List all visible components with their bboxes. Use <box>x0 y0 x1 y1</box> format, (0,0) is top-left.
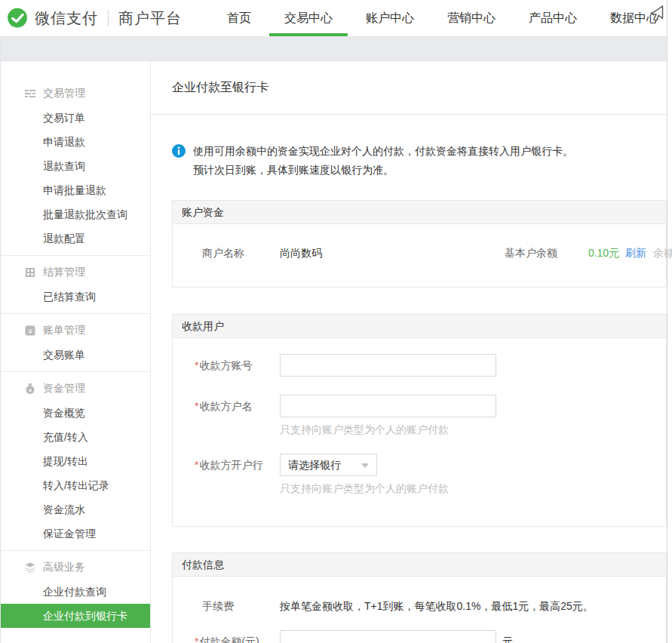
payee-name-label: *收款方户名 <box>173 395 280 435</box>
sidebar-item-transfer-records[interactable]: 转入/转出记录 <box>0 473 150 497</box>
payee-name-row: *收款方户名 只支持向账户类型为个人的账户付款 <box>173 395 666 435</box>
sidebar-group-title-advanced-business: 高级业务 <box>0 555 150 580</box>
payee-account-row: *收款方账号 <box>173 354 666 377</box>
sidebar-item-apply-refund[interactable]: 申请退款 <box>0 130 150 154</box>
sidebar-item-transaction-bill[interactable]: 交易账单 <box>0 343 150 367</box>
payee-name-field-wrap: 只支持向账户类型为个人的账户付款 <box>280 395 496 435</box>
required-mark: * <box>195 459 198 471</box>
payment-info-body: 手续费 按单笔金额收取，T+1到账，每笔收取0.1%，最低1元，最高25元。 *… <box>173 577 666 643</box>
info-icon <box>172 144 186 158</box>
required-mark: * <box>195 635 198 643</box>
payee-account-field-wrap <box>280 354 496 377</box>
payee-bank-field-wrap: 请选择银行 只支持向账户类型为个人的账户付款 <box>280 454 449 494</box>
wechat-pay-logo-icon <box>6 7 29 29</box>
required-mark: * <box>195 400 198 412</box>
sidebar-group-bill-mgmt: ¥ 账单管理 交易账单 <box>0 313 150 371</box>
sidebar-item-refund-query[interactable]: 退款查询 <box>0 154 150 178</box>
nav-tab-product-center[interactable]: 产品中心 <box>529 0 577 36</box>
field-label-text: 付款金额(元) <box>199 635 259 643</box>
sidebar-item-funds-flow[interactable]: 资金流水 <box>0 497 150 521</box>
sidebar-group-label: 账单管理 <box>43 324 85 337</box>
merchant-name-value: 尚尚数码 <box>280 247 322 260</box>
chevron-down-icon <box>361 463 369 468</box>
amount-unit-suffix: 元 <box>502 630 513 643</box>
sidebar-item-apply-batch-refund[interactable]: 申请批量退款 <box>0 178 150 202</box>
account-funds-header: 账户资金 <box>173 201 666 224</box>
bank-select[interactable]: 请选择银行 <box>280 454 377 476</box>
merchant-name-label: 商户名称 <box>202 247 244 260</box>
basic-balance-label: 基本户余额 <box>505 247 557 259</box>
sidebar-item-enterprise-payment-to-bank-card[interactable]: 企业付款到银行卡 <box>0 604 150 628</box>
svg-text:¥: ¥ <box>27 328 32 335</box>
payee-account-label: *收款方账号 <box>173 354 280 377</box>
advanced-business-icon <box>24 561 36 574</box>
payee-name-hint: 只支持向账户类型为个人的账户付款 <box>280 423 496 435</box>
sidebar-item-funds-overview[interactable]: 资金概览 <box>0 401 150 425</box>
payee-section: 收款用户 *收款方账号 *收款方户名 只支持向账户类型为个人的账户付款 <box>172 314 667 527</box>
brand: 微信支付 商户平台 <box>6 7 182 29</box>
page-left-border <box>0 36 1 643</box>
balance-insufficient-tip: 余额不足 <box>653 247 672 259</box>
sidebar-item-deposit-transfer-in[interactable]: 充值/转入 <box>0 425 150 449</box>
field-label-text: 收款方开户行 <box>199 459 262 471</box>
account-funds-body: 商户名称 尚尚数码 基本户余额 0.10元 刷新 余额不足 <box>173 224 666 287</box>
notice-line-2: 预计次日到账，具体到账速度以银行为准。 <box>193 161 573 180</box>
main-content: 企业付款至银行卡 使用可用余额中的资金实现企业对个人的付款，付款资金将直接转入用… <box>151 61 667 643</box>
sidebar-item-enterprise-payment-query[interactable]: 企业付款查询 <box>0 580 150 604</box>
info-notice: 使用可用余额中的资金实现企业对个人的付款，付款资金将直接转入用户银行卡。 预计次… <box>172 142 667 180</box>
sidebar: 交易管理 交易订单 申请退款 退款查询 申请批量退款 批量退款批次查询 退款配置… <box>0 61 151 643</box>
nav-tab-transaction-center[interactable]: 交易中心 <box>284 0 333 36</box>
sidebar-group-label: 高级业务 <box>43 561 85 574</box>
basic-balance-group: 基本户余额 0.10元 刷新 余额不足 <box>505 247 672 260</box>
notice-text: 使用可用余额中的资金实现企业对个人的付款，付款资金将直接转入用户银行卡。 预计次… <box>193 142 573 180</box>
sidebar-group-advanced-business: 高级业务 企业付款查询 企业付款到银行卡 <box>0 550 150 632</box>
transaction-icon <box>24 88 36 100</box>
funds-icon: ¥ <box>24 383 36 395</box>
brand-divider <box>108 10 109 26</box>
basic-balance-value: 0.10元 <box>588 247 619 259</box>
payee-bank-label: *收款方开户行 <box>173 454 280 494</box>
payee-name-input[interactable] <box>280 395 496 417</box>
sidebar-group-label: 资金管理 <box>43 382 85 395</box>
required-mark: * <box>195 359 198 371</box>
field-label-text: 收款方户名 <box>199 400 252 412</box>
field-label-text: 收款方账号 <box>199 359 252 371</box>
brand-product-name: 商户平台 <box>118 8 182 29</box>
nav-tab-home[interactable]: 首页 <box>227 0 251 36</box>
sidebar-group-settlement-mgmt: 结算管理 已结算查询 <box>0 255 150 313</box>
sidebar-item-settled-query[interactable]: 已结算查询 <box>0 285 150 309</box>
page-right-border <box>667 0 667 643</box>
amount-row: *付款金额(元) 元 <box>173 630 666 643</box>
primary-nav: 首页 交易中心 账户中心 营销中心 产品中心 数据中心 <box>227 0 658 36</box>
sidebar-item-refund-config[interactable]: 退款配置 <box>0 226 150 251</box>
sidebar-item-batch-refund-query[interactable]: 批量退款批次查询 <box>0 202 150 226</box>
amount-label: *付款金额(元) <box>173 630 280 643</box>
refresh-balance-link[interactable]: 刷新 <box>625 247 646 259</box>
wechat-pay-merchant-platform: 微信支付 商户平台 首页 交易中心 账户中心 营销中心 产品中心 数据中心 交易… <box>0 0 672 643</box>
sidebar-item-security-deposit-mgmt[interactable]: 保证金管理 <box>0 521 150 546</box>
sidebar-item-withdraw-transfer-out[interactable]: 提现/转出 <box>0 449 150 473</box>
payment-info-header: 付款信息 <box>173 553 666 577</box>
sidebar-group-funds-mgmt: ¥ 资金管理 资金概览 充值/转入 提现/转出 转入/转出记录 资金流水 保证金… <box>0 371 150 550</box>
sidebar-group-label: 结算管理 <box>43 266 85 279</box>
payee-account-input[interactable] <box>280 354 496 377</box>
top-header: 微信支付 商户平台 首页 交易中心 账户中心 营销中心 产品中心 数据中心 <box>0 0 667 36</box>
mouse-cursor-icon <box>647 5 665 24</box>
amount-input[interactable] <box>280 630 496 643</box>
sidebar-group-title-settlement-mgmt: 结算管理 <box>0 260 150 285</box>
fee-value: 按单笔金额收取，T+1到账，每笔收取0.1%，最低1元，最高25元。 <box>280 600 594 612</box>
payee-bank-hint: 只支持向账户类型为个人的账户付款 <box>280 482 449 494</box>
payee-header: 收款用户 <box>173 315 666 338</box>
sidebar-group-title-trade-mgmt: 交易管理 <box>0 82 150 106</box>
sidebar-item-transaction-orders[interactable]: 交易订单 <box>0 106 150 130</box>
nav-tab-account-center[interactable]: 账户中心 <box>366 0 414 36</box>
sub-header-band <box>0 36 667 61</box>
sidebar-group-label: 交易管理 <box>43 87 85 100</box>
page-title: 企业付款至银行卡 <box>151 61 667 115</box>
payee-bank-row: *收款方开户行 请选择银行 只支持向账户类型为个人的账户付款 <box>173 454 666 494</box>
settlement-icon <box>24 266 36 278</box>
nav-tab-marketing-center[interactable]: 营销中心 <box>447 0 496 36</box>
account-funds-section: 账户资金 商户名称 尚尚数码 基本户余额 0.10元 刷新 余额不足 <box>172 200 667 288</box>
sidebar-group-title-bill-mgmt: ¥ 账单管理 <box>0 318 150 343</box>
sidebar-group-trade-mgmt: 交易管理 交易订单 申请退款 退款查询 申请批量退款 批量退款批次查询 退款配置 <box>0 77 150 255</box>
